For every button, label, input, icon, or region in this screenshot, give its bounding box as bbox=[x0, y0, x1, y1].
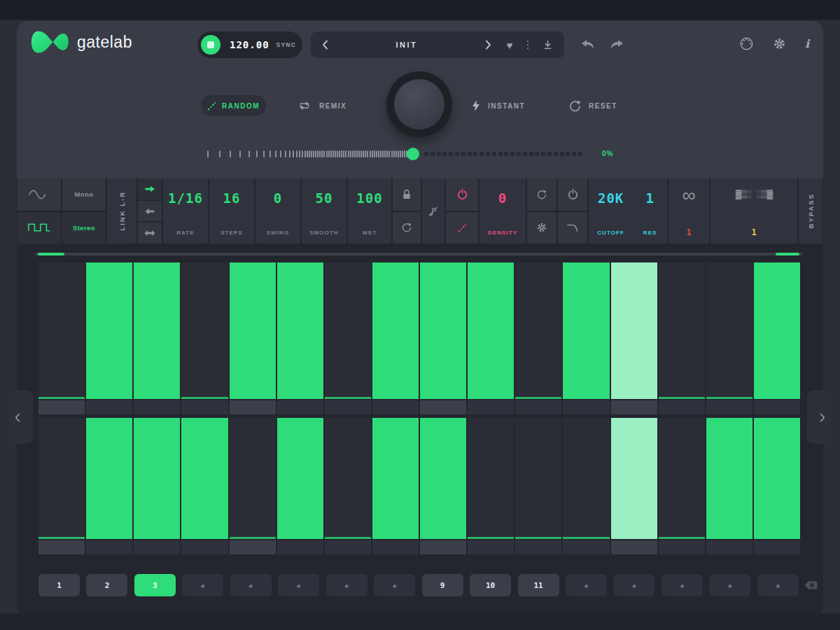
random-slider-ticks[interactable] bbox=[207, 150, 414, 158]
seq-substep-1-11[interactable] bbox=[515, 400, 561, 414]
seq-step-1-10[interactable] bbox=[468, 262, 514, 399]
seq-step-2-9[interactable] bbox=[420, 418, 466, 539]
seq-substep-1-7[interactable] bbox=[325, 400, 371, 414]
midi-icon[interactable] bbox=[739, 36, 754, 51]
seq-substep-2-2[interactable] bbox=[86, 540, 132, 554]
favorite-heart-icon[interactable]: ♥ bbox=[507, 40, 513, 50]
seq-substep-1-14[interactable] bbox=[659, 400, 705, 414]
density-scatter-icon[interactable] bbox=[446, 212, 478, 244]
seq-substep-2-7[interactable] bbox=[325, 540, 371, 554]
delete-pattern-icon[interactable] bbox=[804, 580, 818, 590]
seq-step-1-15[interactable] bbox=[706, 262, 752, 399]
pattern-slot-4[interactable]: + bbox=[182, 574, 223, 596]
remix-button[interactable]: REMIX bbox=[298, 95, 346, 116]
reset-button[interactable]: RESET bbox=[569, 95, 617, 116]
seq-substep-1-15[interactable] bbox=[706, 400, 752, 414]
seq-step-1-6[interactable] bbox=[277, 262, 323, 399]
seq-step-2-3[interactable] bbox=[134, 418, 180, 539]
seq-substep-2-1[interactable] bbox=[38, 540, 85, 554]
seq-substep-2-9[interactable] bbox=[420, 540, 466, 554]
seq-step-2-13[interactable] bbox=[611, 418, 657, 539]
seq-step-1-13[interactable] bbox=[611, 262, 657, 399]
pattern-slot-2[interactable]: 2 bbox=[86, 574, 127, 596]
pattern-slot-14[interactable]: + bbox=[662, 574, 703, 596]
randomize-knob[interactable] bbox=[386, 71, 452, 137]
random-slider-dashes[interactable] bbox=[424, 152, 587, 156]
lowpass-curve-icon[interactable] bbox=[558, 212, 587, 244]
seq-substep-2-4[interactable] bbox=[181, 540, 227, 554]
seq-step-1-2[interactable] bbox=[86, 262, 132, 399]
seq-substep-2-10[interactable] bbox=[468, 540, 514, 554]
pattern-slot-6[interactable]: + bbox=[278, 574, 319, 596]
stop-button[interactable] bbox=[201, 35, 220, 55]
forward-arrow-button[interactable] bbox=[138, 178, 162, 200]
seq-step-2-14[interactable] bbox=[659, 418, 705, 539]
instant-button[interactable]: INSTANT bbox=[472, 95, 525, 116]
seq-substep-1-13[interactable] bbox=[611, 400, 657, 414]
mute-note-cell[interactable] bbox=[422, 178, 444, 244]
sync-toggle[interactable]: SYNC bbox=[276, 41, 296, 48]
loop-length-cell[interactable]: ∞ 1 bbox=[668, 178, 709, 244]
seq-substep-2-5[interactable] bbox=[230, 540, 276, 554]
seq-step-2-12[interactable] bbox=[563, 418, 609, 539]
seq-step-1-5[interactable] bbox=[230, 262, 276, 399]
density-power-icon[interactable] bbox=[446, 178, 478, 211]
seq-step-2-7[interactable] bbox=[325, 418, 371, 539]
seq-step-1-9[interactable] bbox=[420, 262, 466, 399]
seq-substep-1-9[interactable] bbox=[420, 400, 466, 414]
seq-step-1-7[interactable] bbox=[325, 262, 371, 399]
info-icon[interactable]: i bbox=[805, 37, 809, 50]
seq-step-2-11[interactable] bbox=[515, 418, 561, 539]
lock-icon[interactable] bbox=[393, 178, 421, 211]
preset-prev-button[interactable] bbox=[322, 40, 328, 50]
cycle-icon[interactable] bbox=[393, 212, 421, 244]
seq-substep-2-16[interactable] bbox=[754, 540, 800, 554]
sine-wave-button[interactable] bbox=[18, 178, 61, 211]
seq-substep-1-1[interactable] bbox=[38, 400, 85, 414]
pingpong-arrow-button[interactable] bbox=[138, 223, 162, 244]
redo-icon[interactable] bbox=[610, 39, 624, 49]
seq-step-1-11[interactable] bbox=[515, 262, 561, 399]
mono-button[interactable]: Mono bbox=[62, 178, 106, 211]
pattern-slot-8[interactable]: + bbox=[374, 574, 415, 596]
pattern-slot-11[interactable]: 11 bbox=[518, 574, 559, 596]
seq-step-2-15[interactable] bbox=[706, 418, 752, 539]
filter-power-icon[interactable] bbox=[558, 178, 587, 211]
pattern-slot-10[interactable]: 10 bbox=[470, 574, 511, 596]
preset-next-button[interactable] bbox=[485, 40, 491, 50]
random-button[interactable]: RANDOM bbox=[201, 95, 266, 116]
bypass-toggle[interactable]: BYPASS bbox=[799, 178, 822, 244]
seq-substep-2-12[interactable] bbox=[563, 540, 609, 554]
seq-substep-2-13[interactable] bbox=[611, 540, 657, 554]
tempo-value[interactable]: 120.00 bbox=[230, 39, 270, 50]
seq-substep-1-12[interactable] bbox=[563, 400, 609, 414]
pattern-slot-3[interactable]: 3 bbox=[134, 574, 176, 596]
stereo-button[interactable]: Stereo bbox=[62, 212, 106, 244]
swing-control[interactable]: 0SWING bbox=[255, 178, 300, 244]
seq-substep-1-6[interactable] bbox=[277, 400, 323, 414]
noise-morph-cell[interactable]: ▓▒░ ░▒▓ 1 bbox=[710, 178, 797, 244]
seq-step-2-8[interactable] bbox=[372, 418, 419, 539]
seq-substep-2-15[interactable] bbox=[706, 540, 752, 554]
seq-substep-1-10[interactable] bbox=[468, 400, 514, 414]
pattern-slot-1[interactable]: 1 bbox=[38, 574, 80, 596]
rate-control[interactable]: 1/16RATE bbox=[163, 178, 208, 244]
pattern-slot-16[interactable]: + bbox=[757, 574, 799, 596]
random-amount-handle[interactable] bbox=[407, 148, 419, 160]
settings-gear-icon[interactable] bbox=[773, 37, 786, 50]
seq-step-2-2[interactable] bbox=[86, 418, 132, 539]
smooth-control[interactable]: 50SMOOTH bbox=[302, 178, 346, 244]
seq-substep-1-8[interactable] bbox=[372, 400, 419, 414]
pattern-slot-12[interactable]: + bbox=[566, 574, 607, 596]
pattern-slot-7[interactable]: + bbox=[326, 574, 368, 596]
seq-step-2-10[interactable] bbox=[468, 418, 514, 539]
seq-step-1-8[interactable] bbox=[372, 262, 419, 399]
seq-step-2-16[interactable] bbox=[754, 418, 800, 539]
seq-substep-2-14[interactable] bbox=[659, 540, 705, 554]
seq-page-right-tab[interactable] bbox=[807, 391, 831, 444]
pattern-slot-5[interactable]: + bbox=[230, 574, 272, 596]
seq-step-1-1[interactable] bbox=[38, 262, 85, 399]
seq-substep-2-11[interactable] bbox=[515, 540, 561, 554]
seq-step-1-12[interactable] bbox=[563, 262, 609, 399]
seq-step-1-4[interactable] bbox=[181, 262, 227, 399]
